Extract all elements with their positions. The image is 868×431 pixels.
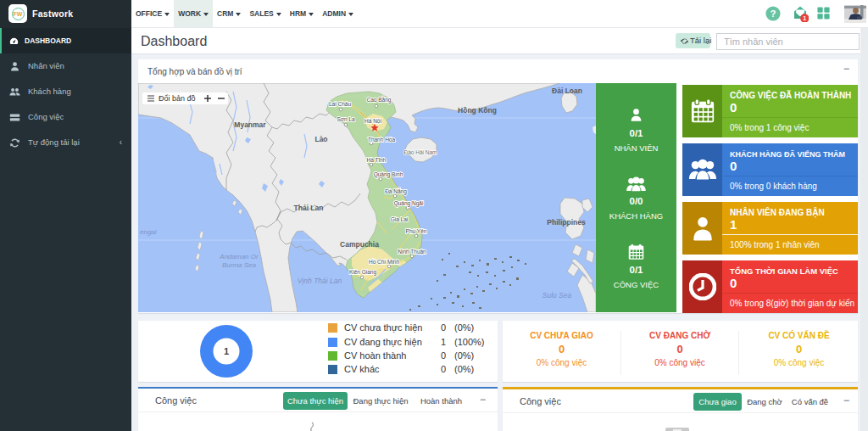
svg-text:Philippines: Philippines (547, 218, 586, 227)
svg-text:Sulu Sea: Sulu Sea (542, 291, 572, 299)
svg-text:Hà Tĩnh: Hà Tĩnh (366, 157, 386, 163)
svg-text:Campuchia: Campuchia (340, 240, 379, 249)
svg-text:Quảng Ngãi: Quảng Ngãi (394, 200, 424, 207)
svg-text:Hà Nội: Hà Nội (364, 118, 381, 124)
svg-text:Hồng Kông: Hồng Kông (458, 106, 497, 115)
svg-text:Đảo Hải Nam: Đảo Hải Nam (403, 149, 437, 155)
svg-text:engal: engal (140, 228, 157, 236)
svg-text:?: ? (770, 8, 776, 19)
svg-text:Ninh Thuận: Ninh Thuận (398, 249, 426, 255)
svg-text:Đổi bản đồ: Đổi bản đồ (159, 94, 196, 103)
svg-text:Thanh Hóa: Thanh Hóa (368, 137, 396, 143)
svg-text:Sơn La: Sơn La (337, 116, 355, 122)
svg-text:Myanmar: Myanmar (234, 120, 266, 129)
svg-text:Hồ Chí Minh: Hồ Chí Minh (369, 258, 400, 265)
svg-text:Quảng Bình: Quảng Bình (374, 171, 403, 178)
svg-text:Gia Lai: Gia Lai (391, 216, 409, 222)
svg-text:Đài Loan: Đài Loan (552, 87, 582, 95)
svg-text:Lào: Lào (314, 135, 327, 143)
svg-text:1: 1 (224, 346, 229, 356)
svg-text:Burma Sea: Burma Sea (222, 261, 257, 269)
svg-text:Lai Châu: Lai Châu (329, 101, 351, 107)
svg-text:Phú Yên: Phú Yên (406, 228, 427, 234)
svg-text:Thái Lan: Thái Lan (294, 204, 324, 212)
svg-text:Vịnh Thái Lan: Vịnh Thái Lan (298, 277, 342, 285)
svg-text:Cao Bằng: Cao Bằng (367, 96, 392, 104)
svg-text:1: 1 (803, 15, 806, 21)
svg-text:Kiên Giang: Kiên Giang (349, 269, 377, 276)
svg-text:Andaman Or: Andaman Or (219, 253, 259, 260)
svg-text:Đà Nẵng: Đà Nẵng (385, 188, 407, 195)
